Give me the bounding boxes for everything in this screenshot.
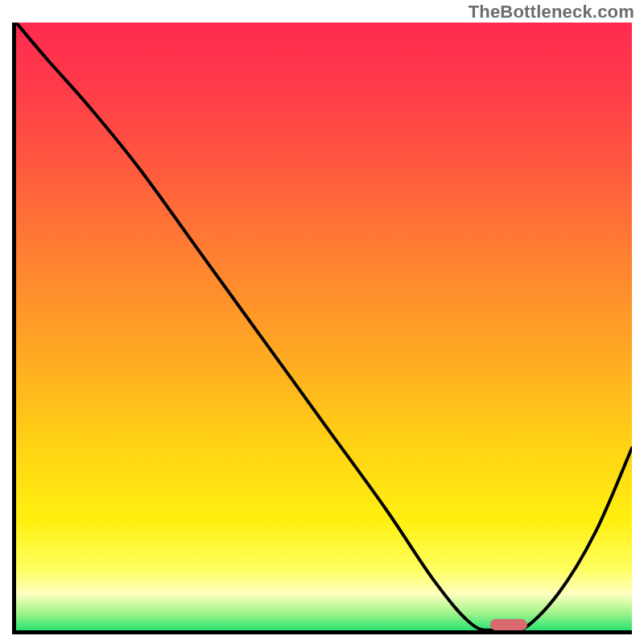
chart-container: TheBottleneck.com (0, 0, 644, 644)
plot-area (12, 23, 632, 634)
watermark-text: TheBottleneck.com (469, 2, 634, 23)
optimal-range-marker (490, 619, 527, 630)
bottleneck-curve (16, 23, 632, 630)
